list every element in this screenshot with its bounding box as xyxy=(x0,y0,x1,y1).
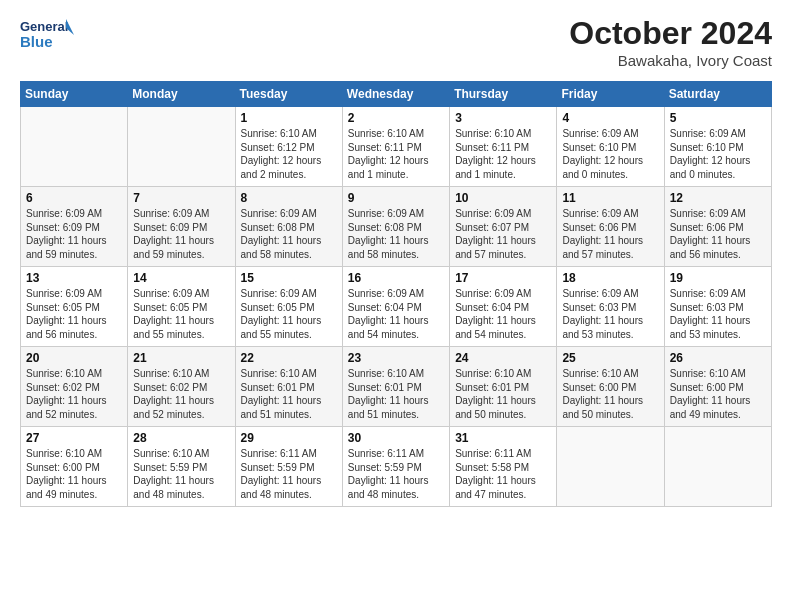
day-info: Sunrise: 6:09 AMSunset: 6:10 PMDaylight:… xyxy=(562,127,658,181)
day-number: 29 xyxy=(241,431,337,445)
day-number: 8 xyxy=(241,191,337,205)
calendar-cell: 29Sunrise: 6:11 AMSunset: 5:59 PMDayligh… xyxy=(235,427,342,507)
day-number: 18 xyxy=(562,271,658,285)
month-title: October 2024 xyxy=(569,15,772,52)
weekday-saturday: Saturday xyxy=(664,82,771,107)
day-number: 31 xyxy=(455,431,551,445)
day-number: 13 xyxy=(26,271,122,285)
day-info: Sunrise: 6:10 AMSunset: 6:11 PMDaylight:… xyxy=(455,127,551,181)
day-info: Sunrise: 6:09 AMSunset: 6:06 PMDaylight:… xyxy=(562,207,658,261)
day-info: Sunrise: 6:11 AMSunset: 5:59 PMDaylight:… xyxy=(348,447,444,501)
calendar-cell: 18Sunrise: 6:09 AMSunset: 6:03 PMDayligh… xyxy=(557,267,664,347)
calendar-cell: 31Sunrise: 6:11 AMSunset: 5:58 PMDayligh… xyxy=(450,427,557,507)
day-number: 26 xyxy=(670,351,766,365)
day-info: Sunrise: 6:09 AMSunset: 6:03 PMDaylight:… xyxy=(562,287,658,341)
calendar-cell: 10Sunrise: 6:09 AMSunset: 6:07 PMDayligh… xyxy=(450,187,557,267)
calendar-cell: 4Sunrise: 6:09 AMSunset: 6:10 PMDaylight… xyxy=(557,107,664,187)
calendar-cell: 11Sunrise: 6:09 AMSunset: 6:06 PMDayligh… xyxy=(557,187,664,267)
day-info: Sunrise: 6:10 AMSunset: 6:00 PMDaylight:… xyxy=(26,447,122,501)
calendar-cell xyxy=(664,427,771,507)
day-info: Sunrise: 6:09 AMSunset: 6:03 PMDaylight:… xyxy=(670,287,766,341)
calendar-week-2: 6Sunrise: 6:09 AMSunset: 6:09 PMDaylight… xyxy=(21,187,772,267)
calendar-cell: 19Sunrise: 6:09 AMSunset: 6:03 PMDayligh… xyxy=(664,267,771,347)
calendar-week-1: 1Sunrise: 6:10 AMSunset: 6:12 PMDaylight… xyxy=(21,107,772,187)
day-number: 5 xyxy=(670,111,766,125)
day-number: 24 xyxy=(455,351,551,365)
calendar-cell: 15Sunrise: 6:09 AMSunset: 6:05 PMDayligh… xyxy=(235,267,342,347)
day-info: Sunrise: 6:09 AMSunset: 6:05 PMDaylight:… xyxy=(241,287,337,341)
header: General Blue October 2024 Bawakaha, Ivor… xyxy=(20,15,772,69)
calendar-cell: 16Sunrise: 6:09 AMSunset: 6:04 PMDayligh… xyxy=(342,267,449,347)
calendar-cell: 9Sunrise: 6:09 AMSunset: 6:08 PMDaylight… xyxy=(342,187,449,267)
day-info: Sunrise: 6:10 AMSunset: 6:02 PMDaylight:… xyxy=(133,367,229,421)
calendar-cell: 14Sunrise: 6:09 AMSunset: 6:05 PMDayligh… xyxy=(128,267,235,347)
day-info: Sunrise: 6:09 AMSunset: 6:04 PMDaylight:… xyxy=(348,287,444,341)
calendar-week-5: 27Sunrise: 6:10 AMSunset: 6:00 PMDayligh… xyxy=(21,427,772,507)
day-number: 15 xyxy=(241,271,337,285)
calendar-cell: 21Sunrise: 6:10 AMSunset: 6:02 PMDayligh… xyxy=(128,347,235,427)
weekday-wednesday: Wednesday xyxy=(342,82,449,107)
calendar-cell: 13Sunrise: 6:09 AMSunset: 6:05 PMDayligh… xyxy=(21,267,128,347)
calendar-cell: 8Sunrise: 6:09 AMSunset: 6:08 PMDaylight… xyxy=(235,187,342,267)
day-number: 10 xyxy=(455,191,551,205)
day-number: 22 xyxy=(241,351,337,365)
day-info: Sunrise: 6:09 AMSunset: 6:07 PMDaylight:… xyxy=(455,207,551,261)
calendar-cell: 2Sunrise: 6:10 AMSunset: 6:11 PMDaylight… xyxy=(342,107,449,187)
logo: General Blue xyxy=(20,15,75,57)
title-block: October 2024 Bawakaha, Ivory Coast xyxy=(569,15,772,69)
weekday-friday: Friday xyxy=(557,82,664,107)
location: Bawakaha, Ivory Coast xyxy=(569,52,772,69)
day-info: Sunrise: 6:09 AMSunset: 6:09 PMDaylight:… xyxy=(133,207,229,261)
calendar-cell: 17Sunrise: 6:09 AMSunset: 6:04 PMDayligh… xyxy=(450,267,557,347)
page: General Blue October 2024 Bawakaha, Ivor… xyxy=(0,0,792,612)
day-number: 25 xyxy=(562,351,658,365)
weekday-header-row: SundayMondayTuesdayWednesdayThursdayFrid… xyxy=(21,82,772,107)
day-info: Sunrise: 6:10 AMSunset: 6:01 PMDaylight:… xyxy=(455,367,551,421)
calendar-cell: 7Sunrise: 6:09 AMSunset: 6:09 PMDaylight… xyxy=(128,187,235,267)
day-number: 23 xyxy=(348,351,444,365)
calendar-cell: 27Sunrise: 6:10 AMSunset: 6:00 PMDayligh… xyxy=(21,427,128,507)
day-number: 20 xyxy=(26,351,122,365)
calendar-cell: 6Sunrise: 6:09 AMSunset: 6:09 PMDaylight… xyxy=(21,187,128,267)
day-number: 1 xyxy=(241,111,337,125)
svg-text:Blue: Blue xyxy=(20,33,53,50)
day-info: Sunrise: 6:09 AMSunset: 6:05 PMDaylight:… xyxy=(133,287,229,341)
calendar-cell: 20Sunrise: 6:10 AMSunset: 6:02 PMDayligh… xyxy=(21,347,128,427)
day-number: 28 xyxy=(133,431,229,445)
calendar-table: SundayMondayTuesdayWednesdayThursdayFrid… xyxy=(20,81,772,507)
calendar-week-3: 13Sunrise: 6:09 AMSunset: 6:05 PMDayligh… xyxy=(21,267,772,347)
calendar-header: SundayMondayTuesdayWednesdayThursdayFrid… xyxy=(21,82,772,107)
calendar-cell xyxy=(21,107,128,187)
day-info: Sunrise: 6:10 AMSunset: 6:11 PMDaylight:… xyxy=(348,127,444,181)
day-number: 14 xyxy=(133,271,229,285)
day-number: 21 xyxy=(133,351,229,365)
day-number: 2 xyxy=(348,111,444,125)
day-info: Sunrise: 6:10 AMSunset: 6:00 PMDaylight:… xyxy=(670,367,766,421)
calendar-cell xyxy=(128,107,235,187)
calendar-cell: 25Sunrise: 6:10 AMSunset: 6:00 PMDayligh… xyxy=(557,347,664,427)
calendar-cell xyxy=(557,427,664,507)
day-info: Sunrise: 6:09 AMSunset: 6:10 PMDaylight:… xyxy=(670,127,766,181)
day-number: 19 xyxy=(670,271,766,285)
day-number: 9 xyxy=(348,191,444,205)
calendar-body: 1Sunrise: 6:10 AMSunset: 6:12 PMDaylight… xyxy=(21,107,772,507)
calendar-cell: 24Sunrise: 6:10 AMSunset: 6:01 PMDayligh… xyxy=(450,347,557,427)
logo-svg: General Blue xyxy=(20,15,75,57)
day-number: 7 xyxy=(133,191,229,205)
calendar-cell: 3Sunrise: 6:10 AMSunset: 6:11 PMDaylight… xyxy=(450,107,557,187)
day-info: Sunrise: 6:10 AMSunset: 6:01 PMDaylight:… xyxy=(241,367,337,421)
day-number: 3 xyxy=(455,111,551,125)
calendar-cell: 12Sunrise: 6:09 AMSunset: 6:06 PMDayligh… xyxy=(664,187,771,267)
calendar-cell: 22Sunrise: 6:10 AMSunset: 6:01 PMDayligh… xyxy=(235,347,342,427)
day-number: 6 xyxy=(26,191,122,205)
day-info: Sunrise: 6:09 AMSunset: 6:08 PMDaylight:… xyxy=(241,207,337,261)
day-info: Sunrise: 6:11 AMSunset: 5:58 PMDaylight:… xyxy=(455,447,551,501)
day-number: 4 xyxy=(562,111,658,125)
day-info: Sunrise: 6:10 AMSunset: 5:59 PMDaylight:… xyxy=(133,447,229,501)
svg-text:General: General xyxy=(20,19,68,34)
day-info: Sunrise: 6:09 AMSunset: 6:04 PMDaylight:… xyxy=(455,287,551,341)
calendar-cell: 1Sunrise: 6:10 AMSunset: 6:12 PMDaylight… xyxy=(235,107,342,187)
day-info: Sunrise: 6:10 AMSunset: 6:12 PMDaylight:… xyxy=(241,127,337,181)
calendar-cell: 28Sunrise: 6:10 AMSunset: 5:59 PMDayligh… xyxy=(128,427,235,507)
day-info: Sunrise: 6:09 AMSunset: 6:06 PMDaylight:… xyxy=(670,207,766,261)
